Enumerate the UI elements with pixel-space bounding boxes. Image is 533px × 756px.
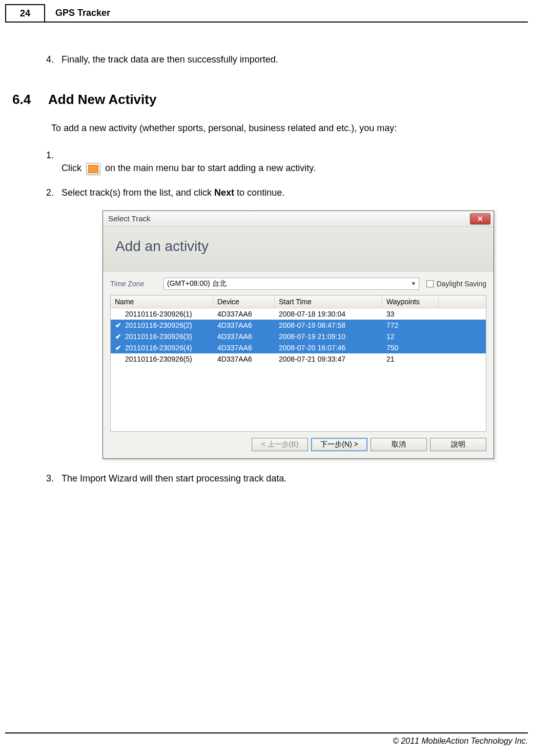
step-1-pre: Click [61,163,81,173]
back-button[interactable]: < 上一步(B) [252,438,308,451]
step-2-post: to continue. [234,187,284,198]
check-icon: ✔ [115,344,122,351]
step-1-number: 1. [46,149,61,162]
step-3-number: 3. [46,472,61,485]
track-name: 20110116-230926(2) [125,321,192,329]
dialog-buttons: < 上一步(B) 下一步(N) > 取消 說明 [103,432,494,458]
cell-start-time: 2008-07-19 08:47:58 [275,320,382,331]
cell-device: 4D337AA6 [213,342,275,353]
timezone-label: Time Zone [110,280,156,288]
cell-start-time: 2008-07-21 09:33:47 [275,353,382,365]
table-body: 20110116-230926(1)4D337AA62008-07-18 19:… [111,308,486,365]
cell-name: 20110116-230926(5) [111,353,213,365]
close-icon: ✕ [477,215,483,223]
step-1-post: on the main menu bar to start adding a n… [105,163,316,173]
table-row[interactable]: 20110116-230926(1)4D337AA62008-07-18 19:… [111,308,486,320]
col-start-time[interactable]: Start Time [275,296,382,308]
chevron-down-icon: ▼ [408,278,419,289]
cell-device: 4D337AA6 [213,331,275,342]
check-icon: ✔ [115,333,122,340]
dialog-titlebar: Select Track ✕ [103,211,494,227]
dialog-title: Select Track [108,214,151,223]
step-2-pre: Select track(s) from the list, and click [61,187,214,198]
daylight-saving-checkbox[interactable]: Daylight Saving [426,280,486,288]
cell-waypoints: 33 [382,308,439,320]
step-4-number: 4. [46,53,61,66]
track-name: 20110116-230926(4) [125,344,192,352]
track-table: Name Device Start Time Waypoints 2011011… [110,295,486,432]
select-track-dialog: Select Track ✕ Add an activity Time Zone… [102,211,494,459]
new-activity-icon [86,163,100,175]
cell-waypoints: 21 [382,353,439,365]
cell-spacer [439,342,486,353]
cell-name: ✔20110116-230926(4) [111,342,213,353]
cancel-button[interactable]: 取消 [371,438,427,451]
cell-waypoints: 12 [382,331,439,342]
section-number: 6.4 [12,92,48,108]
cell-name: ✔20110116-230926(3) [111,331,213,342]
next-button[interactable]: 下一步(N) > [311,438,367,451]
cell-start-time: 2008-07-20 16:07:46 [275,342,382,353]
page-title: GPS Tracker [45,4,110,22]
step-2-bold: Next [214,187,234,198]
col-spacer [439,296,486,308]
page-footer: © 2011 MobileAction Technology Inc. [5,732,528,746]
check-icon: ✔ [115,322,122,329]
table-header: Name Device Start Time Waypoints [111,296,486,308]
step-4: 4. Finally, the track data are then succ… [46,53,528,66]
section-heading: 6.4Add New Activity [12,92,528,108]
cell-device: 4D337AA6 [213,353,275,365]
step-1: 1. Click on the main menu bar to start a… [46,149,528,175]
timezone-row: Time Zone (GMT+08:00) 台北 ▼ Daylight Savi… [103,271,494,295]
step-2: 2. Select track(s) from the list, and cl… [46,186,528,199]
step-1-body: Click on the main menu bar to start addi… [61,149,528,175]
section-title: Add New Activity [48,92,156,107]
select-track-dialog-wrap: Select Track ✕ Add an activity Time Zone… [102,211,494,459]
table-row[interactable]: ✔20110116-230926(3)4D337AA62008-07-19 21… [111,331,486,342]
col-waypoints[interactable]: Waypoints [382,296,439,308]
help-button[interactable]: 說明 [430,438,486,451]
step-3-text: The Import Wizard will then start proces… [61,472,528,485]
section-intro: To add a new activity (whether sports, p… [51,123,528,134]
close-button[interactable]: ✕ [470,213,490,224]
table-empty-area [111,365,486,431]
table-row[interactable]: ✔20110116-230926(4)4D337AA62008-07-20 16… [111,342,486,353]
track-name: 20110116-230926(5) [125,355,192,363]
cell-waypoints: 750 [382,342,439,353]
timezone-combo[interactable]: (GMT+08:00) 台北 ▼ [163,278,419,290]
steps-list: 1. Click on the main menu bar to start a… [46,149,528,485]
checkbox-box-icon [426,280,434,287]
step-2-number: 2. [46,186,61,199]
cell-spacer [439,353,486,365]
cell-device: 4D337AA6 [213,308,275,320]
page-number: 24 [5,4,45,22]
timezone-value: (GMT+08:00) 台北 [167,279,227,288]
track-name: 20110116-230926(3) [125,332,192,341]
daylight-saving-label: Daylight Saving [437,280,486,288]
track-name: 20110116-230926(1) [125,310,192,318]
step-3: 3. The Import Wizard will then start pro… [46,472,528,485]
col-device[interactable]: Device [213,296,275,308]
table-row[interactable]: ✔20110116-230926(2)4D337AA62008-07-19 08… [111,320,486,331]
cell-spacer [439,308,486,320]
step-2-body: Select track(s) from the list, and click… [61,186,528,199]
step-4-text: Finally, the track data are then success… [61,53,528,66]
cell-device: 4D337AA6 [213,320,275,331]
cell-name: 20110116-230926(1) [111,308,213,320]
cell-spacer [439,331,486,342]
cell-spacer [439,320,486,331]
page-content: 4. Finally, the track data are then succ… [0,23,533,485]
col-name[interactable]: Name [111,296,213,308]
cell-start-time: 2008-07-19 21:09:10 [275,331,382,342]
cell-name: ✔20110116-230926(2) [111,320,213,331]
cell-start-time: 2008-07-18 19:30:04 [275,308,382,320]
dialog-heading: Add an activity [103,227,494,271]
table-row[interactable]: 20110116-230926(5)4D337AA62008-07-21 09:… [111,353,486,365]
page-header: 24 GPS Tracker [5,4,528,23]
cell-waypoints: 772 [382,320,439,331]
